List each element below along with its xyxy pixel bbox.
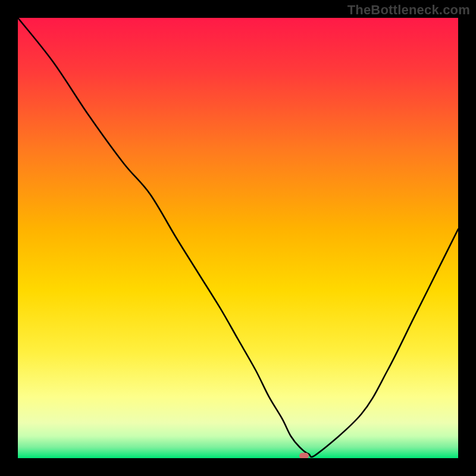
optimal-point-marker <box>299 453 309 458</box>
plot-area <box>18 18 458 458</box>
chart-root: TheBottleneck.com <box>0 0 476 476</box>
watermark-text: TheBottleneck.com <box>347 2 470 18</box>
bottleneck-curve <box>18 18 458 458</box>
